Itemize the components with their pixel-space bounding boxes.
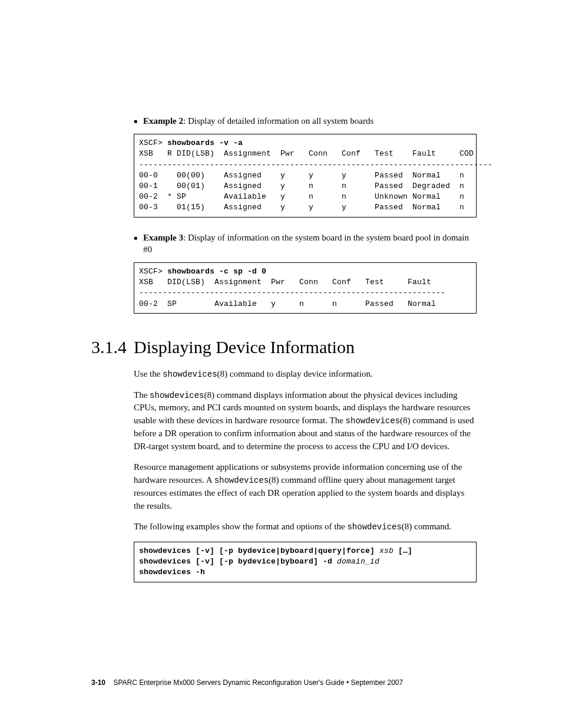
example3-text: Example 3: Display of information on the… [143,232,474,256]
code-body: XSB R DID(LSB) Assignment Pwr Conn Conf … [139,149,492,212]
p2-cmd1: showdevices [150,391,204,400]
syntax-l1-ital: xsb [379,546,394,555]
section-title: Displaying Device Information [134,337,355,357]
p4-a: The following examples show the format a… [134,522,347,531]
example2-bullet: ■ Example 2: Display of detailed informa… [91,115,474,127]
p1-b: (8) command to display device informatio… [217,369,373,378]
syntax-l2-bold: showdevices [-v] [-p bydevice|byboard] -… [139,557,337,566]
bullet-icon: ■ [134,235,137,241]
p1-cmd: showdevices [163,370,217,379]
example2-text: Example 2: Display of detailed informati… [143,115,474,127]
section-heading: 3.1.4 Displaying Device Information [91,337,474,357]
section-number: 3.1.4 [91,337,134,357]
syntax-l1-bold: showdevices [-v] [-p bydevice|byboard|qu… [139,546,379,555]
page-footer: 3-10 SPARC Enterprise Mx000 Servers Dyna… [91,678,403,687]
example3-bullet: ■ Example 3: Display of information on t… [91,232,474,256]
code-body: XSB DID(LSB) Assignment Pwr Conn Conf Te… [139,278,445,308]
code-cmd: showboards -v -a [167,139,243,147]
p4-b: (8) command. [402,522,451,531]
footer-text: SPARC Enterprise Mx000 Servers Dynamic R… [113,678,403,687]
example3-label: Example 3 [143,233,183,242]
syntax-l2-ital: domain_id [337,557,379,566]
para-2: The showdevices(8) command displays info… [91,389,474,453]
example2-codebox: XSCF> showboards -v -a XSB R DID(LSB) As… [134,134,477,217]
p3-cmd: showdevices [214,476,269,485]
p2-a: The [134,390,150,400]
example3-codebox: XSCF> showboards -c sp -d 0 XSB DID(LSB)… [134,262,477,314]
code-cmd: showboards -c sp -d 0 [167,267,266,276]
example3-desc: : Display of information on the system b… [143,233,469,254]
p4-cmd: showdevices [347,522,401,532]
p1-a: Use the [134,369,163,378]
para-4: The following examples show the format a… [91,521,474,533]
syntax-l1-tail: […] [394,546,412,555]
syntax-l3-bold: showdevices -h [139,568,205,577]
code-prompt: XSCF> [139,139,167,147]
p2-cmd2: showdevices [346,416,400,426]
syntax-codebox: showdevices [-v] [-p bydevice|byboard|qu… [134,542,477,582]
bullet-icon: ■ [134,118,137,124]
para-3: Resource management applications or subs… [91,461,474,512]
code-prompt: XSCF> [139,267,167,276]
example2-desc: : Display of detailed information on all… [183,116,373,126]
example2-label: Example 2 [143,116,183,126]
page-number: 3-10 [91,678,105,687]
para-1: Use the showdevices(8) command to displa… [91,368,474,381]
